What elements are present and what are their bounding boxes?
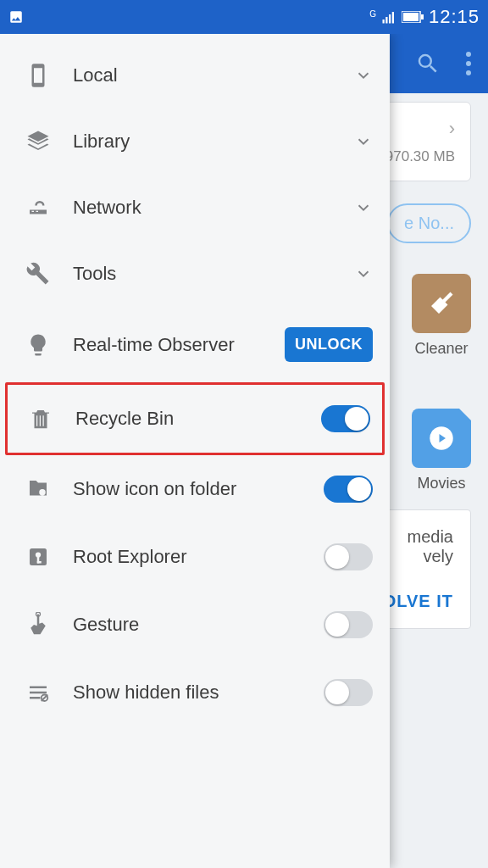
status-right: G 12:15 xyxy=(369,6,480,28)
drawer-item-label: Real-time Observer xyxy=(73,334,285,356)
drawer-item-label: Show hidden files xyxy=(73,682,324,704)
chevron-down-icon xyxy=(354,264,373,283)
status-left xyxy=(8,9,24,25)
drawer-item-hidden-files[interactable]: Show hidden files xyxy=(0,659,390,726)
recycle-bin-toggle[interactable] xyxy=(321,405,370,432)
tile-movies-label: Movies xyxy=(417,475,465,492)
broom-icon xyxy=(426,288,457,319)
trash-icon xyxy=(28,406,53,431)
router-icon xyxy=(25,195,51,220)
tile-movies[interactable]: Movies xyxy=(412,409,471,492)
hidden-files-toggle[interactable] xyxy=(324,679,373,706)
gesture-icon xyxy=(25,612,51,637)
svg-point-9 xyxy=(36,552,41,557)
drawer-item-label: Tools xyxy=(73,263,354,285)
drawer-item-label: Gesture xyxy=(73,614,324,636)
status-time: 12:15 xyxy=(429,6,480,28)
drawer-item-root-explorer[interactable]: Root Explorer xyxy=(0,523,390,591)
svg-rect-6 xyxy=(421,14,424,19)
svg-rect-11 xyxy=(37,561,42,564)
folder-eye-icon xyxy=(25,476,51,502)
drawer-item-label: Library xyxy=(73,131,354,153)
drawer-item-show-icon[interactable]: Show icon on folder xyxy=(0,455,390,523)
drawer-item-tools[interactable]: Tools xyxy=(0,241,390,307)
wrench-icon xyxy=(25,261,51,287)
unlock-button[interactable]: UNLOCK xyxy=(285,327,373,362)
show-icon-toggle[interactable] xyxy=(324,476,373,503)
play-icon xyxy=(429,426,454,451)
analyze-button[interactable]: e No... xyxy=(387,203,471,243)
layers-icon xyxy=(25,129,51,154)
network-type-indicator: G xyxy=(369,9,376,19)
image-notification-icon xyxy=(8,9,24,25)
phone-icon xyxy=(25,63,51,88)
hidden-files-icon xyxy=(25,680,51,705)
drawer-item-library[interactable]: Library xyxy=(0,108,390,175)
drawer-item-local[interactable]: Local xyxy=(0,42,390,108)
lightbulb-icon xyxy=(25,332,51,358)
tile-cleaner-label: Cleaner xyxy=(414,340,468,358)
drawer-item-recycle-bin[interactable]: Recycle Bin xyxy=(5,382,385,455)
key-icon xyxy=(25,544,51,570)
drawer-item-observer[interactable]: Real-time Observer UNLOCK xyxy=(0,307,390,382)
chevron-down-icon xyxy=(354,132,373,151)
drawer-item-label: Recycle Bin xyxy=(75,408,321,430)
battery-icon xyxy=(402,11,424,23)
status-bar: G 12:15 xyxy=(0,0,488,34)
svg-rect-0 xyxy=(382,19,384,24)
drawer-item-label: Local xyxy=(73,64,354,86)
svg-rect-3 xyxy=(392,12,394,24)
signal-icon xyxy=(381,9,396,25)
svg-rect-2 xyxy=(389,14,391,24)
root-explorer-toggle[interactable] xyxy=(324,543,373,570)
chevron-down-icon xyxy=(354,66,373,85)
svg-rect-1 xyxy=(385,17,387,24)
tile-cleaner[interactable]: Cleaner xyxy=(412,274,471,358)
drawer-item-network[interactable]: Network xyxy=(0,175,390,241)
chevron-down-icon xyxy=(354,198,373,217)
navigation-drawer: Local Library Network Tools Real-time Ob… xyxy=(0,34,390,868)
drawer-item-label: Network xyxy=(73,197,354,219)
search-icon[interactable] xyxy=(415,51,441,76)
drawer-item-gesture[interactable]: Gesture xyxy=(0,591,390,659)
overflow-menu-icon[interactable] xyxy=(466,52,471,75)
drawer-item-label: Root Explorer xyxy=(73,546,324,568)
svg-rect-5 xyxy=(403,13,419,21)
drawer-item-label: Show icon on folder xyxy=(73,478,324,500)
gesture-toggle[interactable] xyxy=(324,611,373,638)
